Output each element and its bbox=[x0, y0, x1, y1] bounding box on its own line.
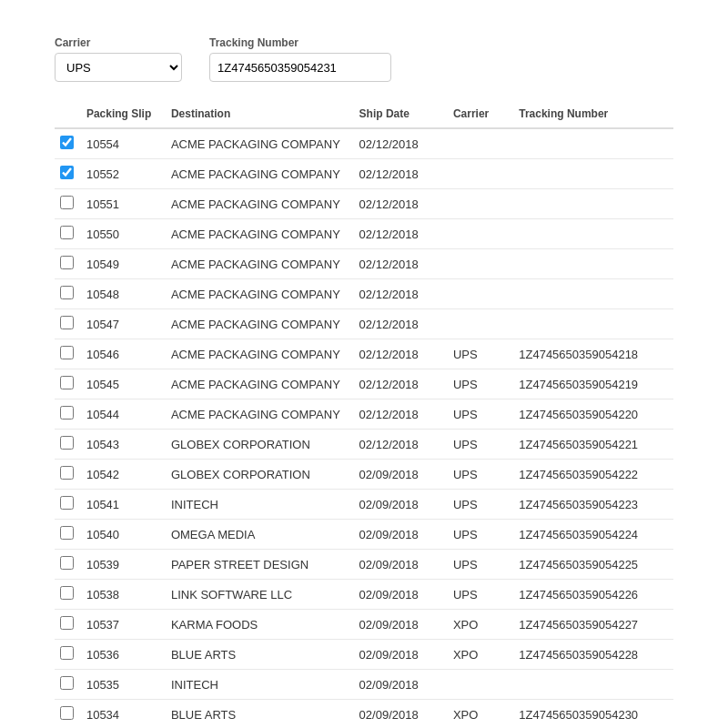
table-row: 10547ACME PACKAGING COMPANY02/12/2018 bbox=[55, 309, 673, 339]
row-packing-slip: 10536 bbox=[81, 640, 166, 670]
row-packing-slip: 10546 bbox=[81, 339, 166, 369]
row-packing-slip: 10548 bbox=[81, 279, 166, 309]
row-checkbox[interactable] bbox=[60, 226, 74, 239]
row-ship-date: 02/09/2018 bbox=[354, 460, 448, 490]
row-checkbox[interactable] bbox=[60, 496, 74, 510]
row-carrier bbox=[448, 189, 513, 219]
header-tracking: Tracking Number bbox=[513, 100, 673, 128]
row-checkbox[interactable] bbox=[60, 586, 74, 600]
row-tracking-number: 1Z4745650359054223 bbox=[513, 490, 673, 520]
row-tracking-number: 1Z4745650359054230 bbox=[513, 700, 673, 729]
row-carrier: XPO bbox=[448, 700, 513, 729]
row-destination: KARMA FOODS bbox=[166, 610, 354, 640]
row-checkbox[interactable] bbox=[60, 196, 74, 209]
row-packing-slip: 10543 bbox=[81, 430, 166, 460]
row-packing-slip: 10540 bbox=[81, 520, 166, 550]
row-checkbox-cell bbox=[55, 670, 81, 700]
row-checkbox[interactable] bbox=[60, 136, 74, 149]
row-checkbox[interactable] bbox=[60, 316, 74, 329]
row-carrier bbox=[448, 279, 513, 309]
carrier-select[interactable]: UPSXPOFedExUSPS bbox=[55, 53, 182, 82]
row-checkbox[interactable] bbox=[60, 406, 74, 420]
row-checkbox[interactable] bbox=[60, 286, 74, 299]
row-ship-date: 02/12/2018 bbox=[354, 159, 448, 189]
row-checkbox[interactable] bbox=[60, 466, 74, 480]
row-packing-slip: 10554 bbox=[81, 128, 166, 159]
row-checkbox-cell bbox=[55, 430, 81, 460]
tracking-input[interactable] bbox=[209, 53, 391, 82]
row-destination: ACME PACKAGING COMPANY bbox=[166, 279, 354, 309]
table-row: 10536BLUE ARTS02/09/2018XPO1Z47456503590… bbox=[55, 640, 673, 670]
table-row: 10550ACME PACKAGING COMPANY02/12/2018 bbox=[55, 219, 673, 249]
row-checkbox[interactable] bbox=[60, 676, 74, 690]
row-destination: GLOBEX CORPORATION bbox=[166, 430, 354, 460]
table-row: 10538LINK SOFTWARE LLC02/09/2018UPS1Z474… bbox=[55, 580, 673, 610]
table-row: 10541INITECH02/09/2018UPS1Z4745650359054… bbox=[55, 490, 673, 520]
table-row: 10535INITECH02/09/2018 bbox=[55, 670, 673, 700]
row-packing-slip: 10544 bbox=[81, 399, 166, 430]
row-tracking-number bbox=[513, 159, 673, 189]
row-checkbox-cell bbox=[55, 369, 81, 399]
row-checkbox[interactable] bbox=[60, 166, 74, 179]
row-tracking-number: 1Z4745650359054225 bbox=[513, 550, 673, 580]
table-row: 10545ACME PACKAGING COMPANY02/12/2018UPS… bbox=[55, 369, 673, 399]
row-checkbox-cell bbox=[55, 580, 81, 610]
table-row: 10546ACME PACKAGING COMPANY02/12/2018UPS… bbox=[55, 339, 673, 369]
row-ship-date: 02/09/2018 bbox=[354, 580, 448, 610]
row-checkbox[interactable] bbox=[60, 436, 74, 450]
row-carrier bbox=[448, 128, 513, 159]
form-row: Carrier UPSXPOFedExUSPS Tracking Number bbox=[55, 36, 673, 82]
row-destination: ACME PACKAGING COMPANY bbox=[166, 249, 354, 279]
row-checkbox[interactable] bbox=[60, 346, 74, 359]
row-tracking-number bbox=[513, 670, 673, 700]
row-checkbox[interactable] bbox=[60, 256, 74, 269]
row-checkbox[interactable] bbox=[60, 706, 74, 720]
row-packing-slip: 10537 bbox=[81, 610, 166, 640]
row-tracking-number: 1Z4745650359054226 bbox=[513, 580, 673, 610]
table-row: 10549ACME PACKAGING COMPANY02/12/2018 bbox=[55, 249, 673, 279]
row-destination: ACME PACKAGING COMPANY bbox=[166, 159, 354, 189]
row-tracking-number bbox=[513, 189, 673, 219]
row-checkbox[interactable] bbox=[60, 616, 74, 630]
header-destination: Destination bbox=[166, 100, 354, 128]
header-carrier: Carrier bbox=[448, 100, 513, 128]
row-destination: LINK SOFTWARE LLC bbox=[166, 580, 354, 610]
row-ship-date: 02/12/2018 bbox=[354, 128, 448, 159]
table-row: 10542GLOBEX CORPORATION02/09/2018UPS1Z47… bbox=[55, 460, 673, 490]
row-packing-slip: 10552 bbox=[81, 159, 166, 189]
row-destination: BLUE ARTS bbox=[166, 700, 354, 729]
row-tracking-number: 1Z4745650359054222 bbox=[513, 460, 673, 490]
row-tracking-number bbox=[513, 128, 673, 159]
row-destination: ACME PACKAGING COMPANY bbox=[166, 309, 354, 339]
row-checkbox-cell bbox=[55, 159, 81, 189]
carrier-group: Carrier UPSXPOFedExUSPS bbox=[55, 36, 182, 82]
table-row: 10548ACME PACKAGING COMPANY02/12/2018 bbox=[55, 279, 673, 309]
row-tracking-number: 1Z4745650359054219 bbox=[513, 369, 673, 399]
row-packing-slip: 10534 bbox=[81, 700, 166, 729]
table-row: 10540OMEGA MEDIA02/09/2018UPS1Z474565035… bbox=[55, 520, 673, 550]
row-carrier: UPS bbox=[448, 339, 513, 369]
row-destination: ACME PACKAGING COMPANY bbox=[166, 399, 354, 430]
table-row: 10539PAPER STREET DESIGN02/09/2018UPS1Z4… bbox=[55, 550, 673, 580]
row-ship-date: 02/12/2018 bbox=[354, 219, 448, 249]
row-tracking-number: 1Z4745650359054227 bbox=[513, 610, 673, 640]
row-checkbox[interactable] bbox=[60, 526, 74, 540]
row-carrier bbox=[448, 159, 513, 189]
row-ship-date: 02/12/2018 bbox=[354, 279, 448, 309]
table-row: 10544ACME PACKAGING COMPANY02/12/2018UPS… bbox=[55, 399, 673, 430]
row-packing-slip: 10549 bbox=[81, 249, 166, 279]
row-destination: INITECH bbox=[166, 670, 354, 700]
row-checkbox[interactable] bbox=[60, 646, 74, 660]
table-row: 10552ACME PACKAGING COMPANY02/12/2018 bbox=[55, 159, 673, 189]
table-row: 10543GLOBEX CORPORATION02/12/2018UPS1Z47… bbox=[55, 430, 673, 460]
row-tracking-number: 1Z4745650359054221 bbox=[513, 430, 673, 460]
row-checkbox[interactable] bbox=[60, 556, 74, 570]
row-carrier: UPS bbox=[448, 430, 513, 460]
row-ship-date: 02/09/2018 bbox=[354, 670, 448, 700]
row-checkbox-cell bbox=[55, 279, 81, 309]
row-carrier: XPO bbox=[448, 610, 513, 640]
row-ship-date: 02/09/2018 bbox=[354, 490, 448, 520]
row-checkbox[interactable] bbox=[60, 376, 74, 389]
row-destination: BLUE ARTS bbox=[166, 640, 354, 670]
row-checkbox-cell bbox=[55, 490, 81, 520]
